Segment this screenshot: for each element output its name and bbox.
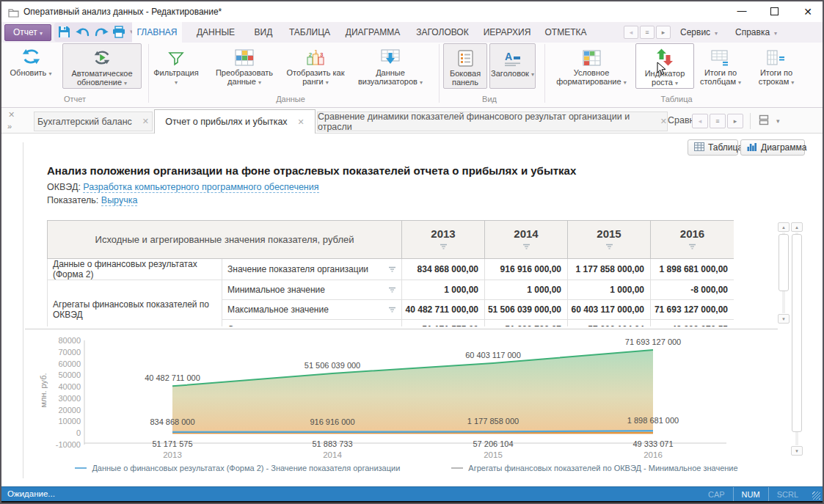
maximize-button[interactable]: [765, 4, 784, 20]
service-menu[interactable]: Сервис▾: [680, 22, 718, 43]
close-icon[interactable]: ✕: [298, 117, 305, 127]
resize-grip[interactable]: [812, 492, 820, 500]
legend-item[interactable]: Агрегаты финансовых показателей по ОКВЭД…: [451, 464, 737, 472]
value-cell[interactable]: -8 000,00: [651, 280, 734, 300]
scroll-lock-indicator: SCRL: [769, 490, 806, 499]
value-cell[interactable]: 1 000,00: [568, 280, 651, 300]
help-menu[interactable]: Справка▾: [735, 22, 777, 43]
chart-view-button[interactable]: Диаграмма: [740, 139, 805, 156]
value-cell[interactable]: 60 403 117 000,00: [568, 300, 651, 320]
refresh-button[interactable]: Обновить ▾: [7, 43, 54, 89]
filter-button[interactable]: Фильтрация ▾: [153, 43, 200, 89]
scroll-up-icon[interactable]: ▲: [778, 222, 790, 232]
year-column-header[interactable]: 2014: [485, 221, 568, 259]
undo-icon[interactable]: [76, 26, 90, 41]
visualizer-data-button[interactable]: Данные визуализаторов ▾: [352, 43, 429, 89]
value-cell[interactable]: 916 916 000,00: [485, 259, 568, 280]
table-view-button[interactable]: Таблица: [688, 139, 738, 156]
filter-icon[interactable]: [388, 307, 396, 313]
row-metric-cell: Минимальное значение: [222, 280, 402, 300]
scroll-down-icon[interactable]: ▼: [791, 446, 803, 456]
filter-icon[interactable]: [605, 244, 613, 250]
doc-tab-comparison[interactable]: Сравнение динамики показателей финансово…: [317, 112, 668, 131]
chart-canvas: [25, 333, 788, 470]
value-cell[interactable]: 51 171 575,00: [402, 320, 485, 327]
auto-refresh-button[interactable]: Автоматическое обновление ▾: [62, 43, 142, 89]
ribbon-tab-hierarchy[interactable]: ИЕРАРХИЯ: [478, 22, 536, 43]
close-icon[interactable]: ✕: [142, 117, 149, 126]
year-column-header[interactable]: 2015: [568, 221, 651, 259]
scroll-down-icon[interactable]: ▼: [778, 314, 790, 324]
doc-tab-profit-loss[interactable]: Отчет о прибылях и убытках ✕: [154, 109, 316, 134]
close-icon[interactable]: ✕: [660, 117, 667, 126]
doc-nav-next-icon[interactable]: ▸: [727, 114, 743, 128]
value-cell[interactable]: 834 868 000,00: [402, 259, 485, 280]
value-cell[interactable]: 57 206 104,24: [568, 320, 651, 327]
ribbon-nav-prev-icon[interactable]: ◂: [624, 26, 638, 39]
value-cell[interactable]: 1 000,00: [485, 280, 568, 300]
report-app-menu-button[interactable]: Отчет ▾: [4, 24, 51, 41]
ribbon-tab-data[interactable]: ДАННЫЕ: [191, 22, 241, 43]
scrollbar-thumb[interactable]: [792, 234, 802, 432]
ribbon-tab-chart[interactable]: ДИАГРАММА: [340, 22, 405, 43]
side-panel-button[interactable]: Боковая панель: [443, 43, 487, 89]
page-scrollbar[interactable]: ▲ ▼: [791, 222, 803, 456]
doc-tab-balance[interactable]: Бухгалтерский баланс ✕: [34, 112, 153, 131]
filter-icon[interactable]: [388, 287, 396, 293]
value-cell[interactable]: 51 883 733,37: [485, 320, 568, 327]
ribbon-nav-menu-icon[interactable]: ≡: [640, 26, 655, 39]
close-button[interactable]: ✕: [798, 4, 817, 20]
print-icon[interactable]: [112, 26, 125, 41]
show-as-ranks-button[interactable]: 213 Отобразить как ранги ▾: [283, 43, 348, 89]
value-cell[interactable]: 49 333 070,55: [651, 320, 734, 327]
chevron-down-icon: ▾: [738, 79, 741, 86]
scroll-up-icon[interactable]: ▲: [791, 222, 803, 232]
value-cell[interactable]: 1 898 681 000,00: [651, 259, 734, 280]
ribbon-tab-main[interactable]: ГЛАВНАЯ: [132, 22, 182, 43]
scrollbar-thumb[interactable]: [779, 234, 789, 291]
doc-tab-partial[interactable]: Сравн: [668, 115, 694, 125]
filter-icon[interactable]: [388, 266, 396, 273]
layout-icon[interactable]: [759, 114, 769, 128]
year-column-header[interactable]: 2013: [402, 221, 485, 259]
ribbon-separator: [439, 44, 440, 103]
legend-label: Данные о финансовых результатах (Форма 2…: [92, 464, 400, 472]
ribbon-tab-view[interactable]: ВИД: [247, 22, 280, 43]
header-letter-icon: A: [503, 44, 522, 68]
doc-nav-prev-icon[interactable]: ◂: [692, 114, 708, 128]
value-cell[interactable]: 1 000,00: [402, 280, 485, 300]
value-cell[interactable]: 51 506 039 000,00: [485, 300, 568, 320]
ribbon-nav-next-icon[interactable]: ▸: [656, 26, 671, 39]
filter-icon[interactable]: [522, 244, 531, 250]
ribbon-tab-table[interactable]: ТАБЛИЦА: [285, 22, 335, 43]
collapse-panel-icon[interactable]: »: [7, 122, 12, 131]
row-totals-button[interactable]: Итоги по строкам ▾: [751, 43, 801, 89]
row-totals-label: Итоги по строкам: [759, 68, 792, 86]
filter-icon[interactable]: [440, 244, 448, 250]
redo-icon[interactable]: [95, 26, 109, 41]
filter-icon[interactable]: [388, 326, 396, 327]
transform-data-button[interactable]: Преобразовать данные ▾: [209, 43, 280, 89]
max-value-label: 51 506 039 000: [305, 361, 360, 370]
indicator-link[interactable]: Выручка: [101, 195, 138, 206]
column-totals-button[interactable]: Итоги по столбцам ▾: [697, 43, 744, 89]
table-scrollbar[interactable]: ▲ ▼: [778, 222, 790, 324]
save-icon[interactable]: [58, 26, 70, 41]
ribbon-tab-mark[interactable]: ОТМЕТКА: [539, 22, 593, 43]
conditional-formatting-button[interactable]: Условное форматирование ▾: [550, 43, 632, 89]
year-column-header[interactable]: 2016: [651, 221, 734, 259]
legend-item[interactable]: Данные о финансовых результатах (Форма 2…: [75, 464, 400, 472]
chart-view-label: Диаграмма: [761, 142, 806, 153]
value-cell[interactable]: 1 177 858 000,00: [568, 259, 651, 280]
layout-caret-icon[interactable]: ▾: [776, 117, 780, 125]
value-cell[interactable]: 40 482 711 000,00: [402, 300, 485, 320]
filter-icon[interactable]: [688, 244, 696, 250]
close-panel-icon[interactable]: ✕: [8, 110, 15, 120]
doc-nav-menu-icon[interactable]: ≡: [710, 114, 726, 128]
ribbon-tab-header[interactable]: ЗАГОЛОВОК: [411, 22, 474, 43]
okved-link[interactable]: Разработка компьютерного программного об…: [83, 182, 318, 193]
header-toggle-button[interactable]: A Заголовок ▾: [489, 43, 536, 89]
value-cell[interactable]: 71 693 127 000,00: [651, 300, 734, 320]
minimize-button[interactable]: —: [732, 4, 751, 20]
table-view-icon: [694, 142, 704, 153]
